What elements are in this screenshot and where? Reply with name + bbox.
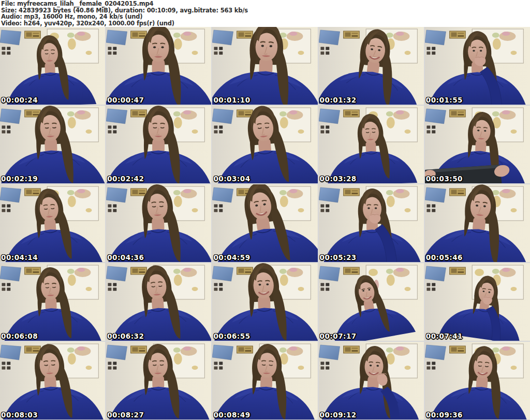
timestamp-overlay: 00:06:55 <box>213 332 250 340</box>
blue-paper <box>212 187 233 202</box>
gold-picture-frame <box>343 189 359 196</box>
gold-picture-frame <box>237 267 253 274</box>
blue-paper <box>0 345 21 360</box>
gold-picture-frame <box>449 31 465 38</box>
blue-paper <box>0 266 21 281</box>
thumbnail-scene <box>0 342 105 419</box>
timestamp-overlay: 00:06:08 <box>1 332 38 340</box>
thumbnail-scene <box>0 106 105 183</box>
timestamp-overlay: 00:01:32 <box>320 96 357 104</box>
video-thumbnail: 00:08:03 <box>0 342 105 419</box>
video-thumbnail: 00:01:32 <box>319 27 424 105</box>
video-thumbnail: 00:06:55 <box>212 263 317 341</box>
video-thumbnail: 00:06:32 <box>106 263 211 341</box>
timestamp-overlay: 00:06:32 <box>107 332 144 340</box>
thumbnail-scene <box>106 342 211 419</box>
timestamp-overlay: 00:08:49 <box>213 411 250 419</box>
gold-picture-frame <box>449 110 465 117</box>
blue-paper <box>106 187 127 202</box>
thumbnail-scene <box>319 27 424 105</box>
gold-picture-frame <box>25 267 41 274</box>
thumbnail-grid: 00:00:24 <box>0 27 530 420</box>
gold-picture-frame <box>131 189 147 196</box>
timestamp-overlay: 00:09:36 <box>426 411 463 419</box>
gold-picture-frame <box>25 346 41 353</box>
gold-picture-frame <box>343 267 359 274</box>
thumbnail-scene <box>319 263 424 341</box>
timestamp-overlay: 00:00:24 <box>1 96 38 104</box>
blue-paper <box>425 266 446 281</box>
timestamp-overlay: 00:08:27 <box>107 411 144 419</box>
video-thumbnail: 00:09:36 <box>425 342 530 419</box>
blue-paper <box>319 30 340 45</box>
timestamp-overlay: 00:08:03 <box>1 411 38 419</box>
thumbnail-scene <box>425 106 530 183</box>
thumbnail-scene <box>319 184 424 262</box>
thumbnail-scene <box>425 342 530 419</box>
timestamp-overlay: 00:01:10 <box>213 96 250 104</box>
video-thumbnail: 00:05:46 <box>425 184 530 262</box>
blue-paper <box>0 109 21 124</box>
timestamp-overlay: 00:02:19 <box>1 175 38 183</box>
blue-paper <box>212 109 233 124</box>
gold-picture-frame <box>237 110 253 117</box>
blue-paper <box>319 345 340 360</box>
blue-paper <box>212 345 233 360</box>
video-thumbnail: 00:08:27 <box>106 342 211 419</box>
video-thumbnail: 00:02:19 <box>0 106 105 183</box>
thumbnail-scene <box>425 263 530 341</box>
video-thumbnail: 00:00:24 <box>0 27 105 105</box>
thumbnail-scene <box>106 184 211 262</box>
timestamp-overlay: 00:03:50 <box>426 175 463 183</box>
thumbnail-scene <box>425 184 530 262</box>
thumbnail-scene <box>0 27 105 105</box>
blue-paper <box>425 187 446 202</box>
video-thumbnail: 00:07:41 <box>425 263 530 341</box>
video-thumbnail: 00:05:23 <box>319 184 424 262</box>
timestamp-overlay: 00:02:42 <box>107 175 144 183</box>
timestamp-overlay: 00:00:47 <box>107 96 144 104</box>
gold-picture-frame <box>131 31 147 38</box>
blue-paper <box>425 30 446 45</box>
thumbnail-scene <box>212 342 317 419</box>
video-thumbnail: 00:08:49 <box>212 342 317 419</box>
blue-paper <box>212 266 233 281</box>
thumbnail-scene <box>106 27 211 105</box>
thumbnail-scene <box>319 342 424 419</box>
gold-picture-frame <box>131 346 147 353</box>
video-thumbnail: 00:03:50 <box>425 106 530 183</box>
thumbnail-scene <box>212 27 317 105</box>
gold-picture-frame <box>449 346 465 353</box>
video-thumbnail: 00:07:17 <box>319 263 424 341</box>
gold-picture-frame <box>343 346 359 353</box>
timestamp-overlay: 00:05:23 <box>320 253 357 262</box>
gold-picture-frame <box>131 267 147 274</box>
thumbnail-scene <box>106 106 211 183</box>
blue-paper <box>425 109 446 124</box>
thumbnail-scene <box>319 106 424 183</box>
file-line: File: myfreecams_lilah__female_02042015.… <box>1 1 530 7</box>
timestamp-overlay: 00:04:59 <box>213 253 250 262</box>
blue-paper <box>319 187 340 202</box>
video-thumbnail: 00:03:04 <box>212 106 317 183</box>
timestamp-overlay: 00:09:12 <box>320 411 357 419</box>
gold-picture-frame <box>131 110 147 117</box>
blue-paper <box>106 30 127 45</box>
timestamp-overlay: 00:05:46 <box>426 253 463 262</box>
gold-picture-frame <box>449 267 465 274</box>
video-line: Video: h264, yuv420p, 320x240, 1000.00 f… <box>1 20 530 27</box>
timestamp-overlay: 00:07:17 <box>320 332 357 340</box>
blue-paper <box>0 30 21 45</box>
thumbnail-scene <box>425 27 530 105</box>
blue-paper <box>319 109 340 124</box>
video-thumbnail: 00:04:36 <box>106 184 211 262</box>
timestamp-overlay: 00:04:14 <box>1 253 38 262</box>
video-thumbnail: 00:02:42 <box>106 106 211 183</box>
timestamp-overlay: 00:01:55 <box>426 96 463 104</box>
timestamp-overlay: 00:04:36 <box>107 253 144 262</box>
gold-picture-frame <box>343 110 359 117</box>
blue-paper <box>425 345 446 360</box>
timestamp-overlay: 00:03:28 <box>320 175 357 183</box>
gold-picture-frame <box>25 31 41 38</box>
thumbnail-scene <box>106 263 211 341</box>
